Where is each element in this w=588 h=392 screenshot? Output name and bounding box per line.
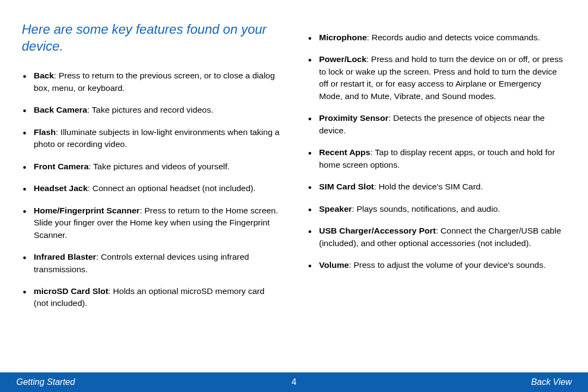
feature-term: Home/Fingerprint Scanner [34, 206, 140, 215]
feature-list-right: Microphone: Records audio and detects vo… [307, 21, 566, 272]
feature-term: Power/Lock [319, 54, 366, 64]
feature-item: Front Camera: Take pictures and videos o… [22, 161, 281, 173]
feature-item: Back: Press to return to the previous sc… [22, 70, 281, 94]
footer-view-label: Back View [387, 377, 572, 387]
feature-description: : Illuminate subjects in low-light envir… [34, 127, 279, 149]
section-heading: Here are some key features found on your… [22, 21, 281, 54]
feature-description: : Take pictures and videos of yourself. [89, 162, 230, 171]
feature-item: Headset Jack: Connect an optional headse… [22, 182, 281, 194]
feature-description: : Records audio and detects voice comman… [367, 33, 540, 42]
feature-item: Infrared Blaster: Controls external devi… [22, 251, 281, 275]
feature-item: Recent Apps: Tap to display recent apps,… [307, 146, 566, 171]
footer-page-number: 4 [201, 377, 387, 387]
feature-item: USB Charger/Accessory Port: Connect the … [307, 225, 566, 249]
feature-description: : Take pictures and record videos. [87, 105, 213, 114]
feature-term: Back Camera [34, 105, 87, 114]
feature-term: Infrared Blaster [34, 252, 96, 261]
feature-term: microSD Card Slot [34, 286, 108, 296]
page-content: Here are some key features found on your… [0, 0, 588, 320]
feature-item: Home/Fingerprint Scanner: Press to retur… [22, 205, 281, 241]
feature-term: Back [34, 71, 54, 80]
feature-term: Microphone [319, 33, 367, 42]
feature-description: : Connect an optional headset (not inclu… [88, 183, 256, 193]
feature-term: Headset Jack [34, 183, 88, 193]
feature-item: microSD Card Slot: Holds an optional mic… [22, 285, 281, 310]
feature-term: Front Camera [34, 162, 89, 171]
feature-description: : Hold the device's SIM Card. [374, 182, 483, 191]
feature-item: Volume: Press to adjust the volume of yo… [307, 259, 566, 271]
feature-item: SIM Card Slot: Hold the device's SIM Car… [307, 181, 566, 193]
feature-term: Proximity Sensor [319, 113, 389, 122]
left-column: Here are some key features found on your… [22, 21, 281, 320]
feature-term: SIM Card Slot [319, 182, 374, 191]
feature-term: Recent Apps [319, 148, 370, 157]
feature-description: : Press to return to the previous screen… [34, 71, 275, 92]
feature-item: Speaker: Plays sounds, notifications, an… [307, 203, 566, 215]
feature-description: : Plays sounds, notifications, and audio… [352, 204, 500, 213]
feature-term: Volume [319, 260, 349, 270]
feature-item: Flash: Illuminate subjects in low-light … [22, 126, 281, 151]
feature-item: Proximity Sensor: Detects the presence o… [307, 112, 566, 137]
feature-term: USB Charger/Accessory Port [319, 226, 436, 235]
feature-item: Back Camera: Take pictures and record vi… [22, 104, 281, 116]
page-footer: Getting Started 4 Back View [0, 372, 588, 392]
footer-section-label: Getting Started [16, 377, 201, 387]
feature-term: Flash [34, 127, 56, 137]
feature-item: Microphone: Records audio and detects vo… [307, 32, 566, 44]
feature-list-left: Back: Press to return to the previous sc… [22, 70, 281, 310]
feature-description: : Press to adjust the volume of your dev… [349, 260, 546, 270]
right-column: Microphone: Records audio and detects vo… [307, 21, 566, 320]
feature-item: Power/Lock: Press and hold to turn the d… [307, 53, 566, 102]
feature-term: Speaker [319, 204, 352, 213]
